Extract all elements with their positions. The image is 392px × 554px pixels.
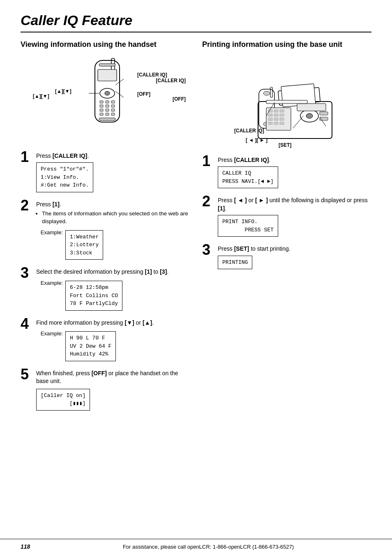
- callout-off: [OFF]: [173, 96, 186, 102]
- right-step-1-code: CALLER IQ PRESS NAVI.[◄ ►]: [218, 166, 278, 188]
- step-4: 4 Find more information by pressing [▼] …: [21, 316, 190, 361]
- svg-rect-9: [100, 105, 103, 107]
- step-1-code: Press "1"or"#". 1:View Info. #:Get new I…: [36, 162, 93, 192]
- step-4-text: Find more information by pressing [▼] or…: [36, 319, 190, 327]
- fax-caller-iq-label: [CALLER IQ]: [234, 128, 264, 134]
- two-column-layout: Viewing information using the handset: [21, 40, 371, 416]
- step-5-content: When finished, press [OFF] or place the …: [36, 367, 190, 411]
- footer-assistance-text: For assistance, please call openLCR: 1-8…: [45, 544, 371, 550]
- svg-rect-44: [320, 112, 328, 115]
- step-1: 1 Press [CALLER IQ]. Press "1"or"#". 1:V…: [21, 150, 190, 192]
- svg-rect-35: [280, 114, 284, 116]
- right-column: Printing information using the base unit: [202, 40, 371, 416]
- step-3-example-label: Example:: [36, 278, 63, 286]
- page-title: Caller IQ Feature: [21, 12, 371, 32]
- step-1-text: Press [CALLER IQ].: [36, 152, 190, 160]
- right-step-3-number: 3: [202, 242, 214, 257]
- step-2-bullet: The items of information which you selec…: [42, 210, 190, 226]
- svg-rect-32: [280, 110, 284, 112]
- right-step-1-text: Press [CALLER IQ].: [218, 156, 371, 164]
- svg-rect-12: [100, 109, 103, 111]
- right-step-2-content: Press [ ◄ ] or [ ► ] until the following…: [218, 194, 371, 237]
- svg-rect-38: [280, 118, 284, 120]
- step-2-text: Press [1].: [36, 201, 190, 209]
- step-4-number: 4: [21, 316, 32, 331]
- fax-illustration: [CALLER IQ] [ ◄ ][ ► ] [SET]: [202, 55, 371, 150]
- svg-point-43: [306, 113, 313, 118]
- step-5-text: When finished, press [OFF] or place the …: [36, 369, 190, 385]
- svg-rect-39: [268, 122, 272, 125]
- svg-rect-47: [266, 100, 307, 104]
- right-section-heading: Printing information using the base unit: [202, 40, 371, 49]
- svg-rect-31: [274, 110, 278, 112]
- svg-rect-8: [111, 101, 115, 103]
- step-5-code: [Caller IQ on] [▮▮▮]: [36, 389, 90, 411]
- svg-point-26: [263, 91, 270, 95]
- phone-caller-iq-label: [CALLER IQ]: [137, 72, 167, 78]
- svg-rect-28: [270, 87, 272, 97]
- callout-caller-iq: [CALLER IQ]: [156, 78, 186, 83]
- right-step-1-number: 1: [202, 154, 214, 169]
- svg-rect-41: [280, 122, 284, 125]
- right-step-1: 1 Press [CALLER IQ]. CALLER IQ PRESS NAV…: [202, 154, 371, 189]
- right-step-2-number: 2: [202, 194, 214, 209]
- step-1-content: Press [CALLER IQ]. Press "1"or"#". 1:Vie…: [36, 150, 190, 192]
- step-5: 5 When finished, press [OFF] or place th…: [21, 367, 190, 411]
- step-3-content: Select the desired information by pressi…: [36, 265, 190, 310]
- right-step-3: 3 Press [SET] to start printing. PRINTIN…: [202, 242, 371, 269]
- left-section-heading: Viewing information using the handset: [21, 40, 190, 49]
- step-3-example-row: Example: 6-28 12:58pm Fort Collins CO 78…: [36, 278, 190, 311]
- step-3: 3 Select the desired information by pres…: [21, 265, 190, 310]
- svg-point-5: [105, 91, 110, 95]
- phone-nav-label: [▲][▼]: [55, 88, 71, 94]
- svg-rect-36: [268, 118, 272, 120]
- step-1-number: 1: [21, 150, 32, 164]
- right-step-3-text: Press [SET] to start printing.: [218, 245, 371, 253]
- fax-nav-label: [ ◄ ][ ► ]: [246, 137, 267, 143]
- svg-rect-40: [274, 122, 278, 125]
- step-4-content: Find more information by pressing [▼] or…: [36, 316, 190, 361]
- right-step-2-code: PRINT INFO. PRESS SET: [218, 215, 278, 237]
- svg-rect-17: [111, 113, 115, 115]
- footer: 118 For assistance, please call openLCR:…: [0, 539, 392, 554]
- phone-svg: [76, 56, 134, 143]
- right-step-1-content: Press [CALLER IQ]. CALLER IQ PRESS NAVI.…: [218, 154, 371, 189]
- svg-rect-37: [274, 118, 278, 120]
- step-3-number: 3: [21, 265, 32, 280]
- step-2: 2 Press [1]. The items of information wh…: [21, 198, 190, 260]
- svg-line-49: [293, 116, 303, 128]
- step-4-example-row: Example: H 90 L 70 F UV 2 Dew 64 F Humid…: [36, 329, 190, 361]
- right-step-3-content: Press [SET] to start printing. PRINTING: [218, 242, 371, 269]
- step-2-example-row: Example: 1:Weather 2:Lottery 3:Stock: [36, 228, 190, 260]
- right-step-2: 2 Press [ ◄ ] or [ ► ] until the followi…: [202, 194, 371, 237]
- svg-rect-2: [99, 64, 115, 66]
- callout-nav: [▲][▼]: [33, 93, 49, 99]
- left-column: Viewing information using the handset: [21, 40, 190, 416]
- svg-rect-3: [98, 69, 117, 81]
- svg-rect-14: [111, 109, 115, 111]
- right-step-3-code: PRINTING: [218, 256, 252, 270]
- phone-illustration: [CALLER IQ] [OFF] [▲][▼] [CALLER IQ] [OF…: [21, 55, 190, 145]
- page: Caller IQ Feature Viewing information us…: [0, 0, 392, 554]
- step-4-example-label: Example:: [36, 329, 63, 337]
- svg-rect-18: [99, 118, 115, 120]
- step-2-bullet-list: The items of information which you selec…: [36, 210, 190, 226]
- step-3-code: 6-28 12:58pm Fort Collins CO 78 F Partly…: [65, 281, 122, 311]
- step-2-code: 1:Weather 2:Lottery 3:Stock: [65, 230, 103, 260]
- svg-rect-6: [100, 101, 103, 103]
- svg-rect-16: [106, 113, 109, 115]
- phone-off-label: [OFF]: [137, 91, 150, 97]
- svg-rect-33: [268, 114, 272, 116]
- svg-rect-7: [106, 101, 109, 103]
- svg-rect-15: [100, 113, 103, 115]
- svg-rect-13: [106, 109, 109, 111]
- page-number: 118: [21, 543, 45, 550]
- step-4-code: H 90 L 70 F UV 2 Dew 64 F Humidity 42%: [65, 331, 116, 361]
- step-5-number: 5: [21, 367, 32, 382]
- fax-set-label: [SET]: [279, 142, 291, 148]
- right-step-2-text: Press [ ◄ ] or [ ► ] until the following…: [218, 196, 371, 212]
- svg-rect-46: [297, 104, 326, 111]
- step-2-example-label: Example:: [36, 228, 63, 235]
- step-2-content: Press [1]. The items of information whic…: [36, 198, 190, 260]
- svg-rect-10: [106, 105, 109, 107]
